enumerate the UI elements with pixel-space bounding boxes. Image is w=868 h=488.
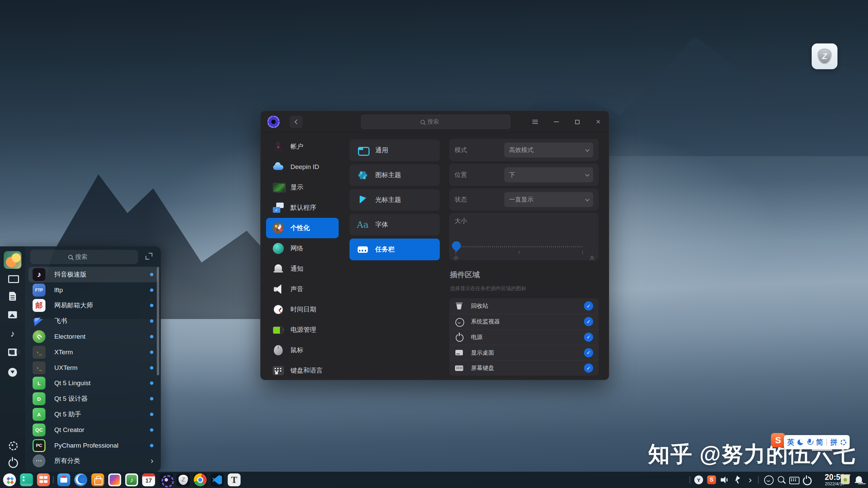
taskbar-photos[interactable] [108,473,121,487]
nav-item-accounts[interactable]: 帐户 [266,136,339,157]
checked-checkbox-icon[interactable] [584,317,593,326]
desktop-shortcut-zshield[interactable] [812,43,837,69]
videos-category-icon[interactable] [7,347,18,357]
tray-cursor-tool-icon[interactable] [734,475,742,484]
ime-language-mode[interactable]: 英 [787,437,794,447]
app-row-qt-designer[interactable]: D Qt 5 设计器 [29,391,158,407]
user-avatar[interactable] [4,251,21,269]
sogou-ime-logo[interactable]: S [771,433,785,447]
size-slider-knob[interactable] [452,241,461,250]
sogou-ime-toolbar[interactable]: 英 简 拼 [784,435,850,449]
checked-checkbox-icon[interactable] [584,363,593,373]
tray-network-icon[interactable] [694,475,703,484]
plugin-label: 回收站 [471,302,577,310]
taskbar-launcher-button[interactable] [3,473,16,487]
taskbar-app-store[interactable] [91,473,105,487]
app-row-douyin[interactable]: 抖音极速版 [29,267,158,282]
tray-trash-icon[interactable] [841,475,850,484]
launcher-scrollbar[interactable] [157,267,159,375]
new-app-dot [150,273,153,276]
fullscreen-toggle-icon[interactable] [145,252,153,260]
downloads-category-icon[interactable] [7,367,18,377]
app-row-mail-master[interactable]: 邮 网易邮箱大师 [29,298,158,314]
subnav-item-taskbar[interactable]: 任务栏 [350,239,440,260]
status-dropdown[interactable]: 一直显示 [504,192,593,207]
plugin-row-system-monitor[interactable]: 系统监视器 [449,314,599,330]
tray-volume-icon[interactable] [720,475,729,484]
settings-search-input[interactable] [428,118,451,125]
nav-label: 帐户 [290,142,303,151]
size-slider-track[interactable] [455,246,583,247]
app-row-qt-linguist[interactable]: L Qt 5 Linguist [29,376,158,391]
nav-label: 显示 [290,183,303,192]
computer-category-icon[interactable] [7,274,18,284]
app-row-lftp[interactable]: FTP lftp [29,282,158,298]
nav-item-network[interactable]: 网络 [266,238,339,259]
app-row-xterm[interactable]: ›_ XTerm [29,344,158,360]
taskbar-calendar[interactable]: 17 [142,473,155,487]
nav-item-sound[interactable]: 声音 [266,279,339,299]
nav-item-datetime[interactable]: 时间日期 [266,299,339,320]
music-category-icon[interactable]: ♪ [7,329,18,339]
gear-icon[interactable] [841,439,846,445]
checked-checkbox-icon[interactable] [584,301,593,311]
taskbar-control-center[interactable] [159,473,173,487]
tray-onscreen-keyboard-icon[interactable] [789,475,798,484]
nav-item-deepin-id[interactable]: Deepin ID [266,157,339,177]
app-row-qt-assistant[interactable]: A Qt 5 助手 [29,407,158,422]
tray-expand-chevron-icon[interactable]: › [746,475,755,484]
checked-checkbox-icon[interactable] [584,333,593,342]
tray-sogou-input-icon[interactable]: S [707,475,716,484]
mode-dropdown[interactable]: 高效模式 [504,143,593,157]
chevron-right-icon: › [151,457,153,465]
checked-checkbox-icon[interactable] [584,348,593,357]
plugin-row-show-desktop[interactable]: 显示桌面 [449,345,599,360]
settings-gear-icon[interactable] [7,440,18,450]
tray-system-monitor-icon[interactable] [764,475,773,484]
tray-power-icon[interactable] [802,475,811,484]
nav-label: 默认程序 [290,203,316,212]
nav-item-keyboard[interactable]: 键盘和语言 [266,360,339,381]
taskbar-typora[interactable] [227,473,241,487]
app-row-feishu[interactable]: 飞书 [29,313,158,329]
position-dropdown[interactable]: 下 [504,167,593,182]
subnav-item-font[interactable]: Aa 字体 [350,214,440,236]
taskbar-music[interactable] [125,473,138,487]
documents-category-icon[interactable] [7,291,18,301]
taskbar-vscode[interactable] [210,473,224,487]
tray-notification-bell-icon[interactable] [854,475,863,484]
app-row-uxterm[interactable]: ›_ UXTerm [29,360,158,376]
nav-item-power[interactable]: 电源管理 [266,320,339,340]
nav-item-display[interactable]: 显示 [266,177,339,198]
back-button[interactable] [290,116,303,128]
tray-search-icon[interactable] [777,475,786,484]
plugin-row-onscreen-keyboard[interactable]: 屏幕键盘 [449,360,599,376]
moon-icon[interactable] [797,439,803,445]
plugin-row-trash[interactable]: 回收站 [449,298,599,314]
shutdown-power-icon[interactable] [7,457,18,467]
nav-item-notifications[interactable]: 通知 [266,259,339,279]
plugin-row-power[interactable]: 电源 [449,329,599,345]
taskbar-chrome[interactable] [193,473,207,487]
subnav-item-icon-theme[interactable]: 图标主题 [350,164,440,186]
app-row-electorrent[interactable]: Electorrent [29,329,158,344]
launcher-search-input[interactable] [75,254,100,261]
taskbar-browser[interactable] [74,473,88,487]
subnav-item-general[interactable]: 通用 [350,139,440,161]
microphone-icon[interactable] [807,439,813,446]
nav-item-personalization[interactable]: 个性化 [266,218,339,238]
taskbar-multitasking[interactable] [37,473,50,487]
ime-pinyin-mode[interactable]: 拼 [830,437,837,447]
taskbar-mail[interactable] [57,473,71,487]
subnav-item-cursor-theme[interactable]: 光标主题 [350,189,440,211]
all-categories-row[interactable]: 所有分类 › [29,453,158,469]
nav-item-default-apps[interactable]: 默认程序 [266,198,339,218]
nav-item-mouse[interactable]: 鼠标 [266,340,339,360]
ime-simplified-mode[interactable]: 简 [816,437,823,447]
launcher-search-box[interactable] [30,250,138,264]
taskbar-file-manager[interactable] [20,473,33,487]
taskbar-zshield-app[interactable] [176,473,190,487]
app-row-qt-creator[interactable]: QC Qt Creator [29,422,158,438]
pictures-category-icon[interactable] [7,310,18,320]
app-row-pycharm[interactable]: PC PyCharm Professional [29,438,158,453]
